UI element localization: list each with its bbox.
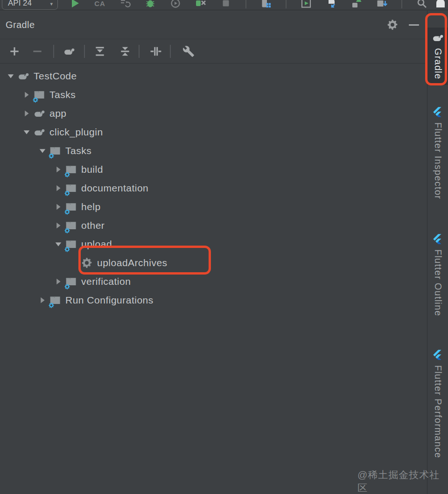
- collapse-all-icon: [119, 45, 131, 57]
- gear-badge-icon: [64, 190, 70, 197]
- tree-item-build[interactable]: build: [0, 160, 427, 179]
- attach-debugger-icon: [326, 0, 337, 9]
- avd-manager-button[interactable]: [351, 0, 362, 10]
- tree-item-label: verification: [81, 276, 131, 287]
- tasks-folder-icon: [49, 144, 62, 157]
- tree-item-tasks[interactable]: Tasks: [0, 141, 427, 160]
- expand-arrow-icon[interactable]: [52, 182, 64, 194]
- tool-window-stripe: Gradle Flutter Inspector Flutter Outline…: [427, 11, 448, 494]
- tree-item-app[interactable]: app: [0, 104, 427, 123]
- tree-item-label: help: [81, 201, 101, 212]
- minimize-button[interactable]: [408, 19, 420, 31]
- wrench-icon: [182, 45, 195, 57]
- stop-button[interactable]: [220, 0, 231, 10]
- expand-arrow-icon[interactable]: [52, 275, 64, 288]
- device-manager-button[interactable]: [260, 0, 272, 10]
- sdk-manager-button[interactable]: [376, 0, 387, 10]
- tool-window-tab-gradle[interactable]: Gradle: [427, 28, 448, 85]
- unlink-gradle-project-button[interactable]: [31, 45, 44, 58]
- tool-window-tab-flutter-inspector[interactable]: Flutter Inspector: [427, 102, 448, 205]
- collapse-all-button[interactable]: [119, 45, 132, 58]
- android-studio-window: API 24 ▾ CA Gradle TestCode Tasks app cl…: [0, 0, 448, 494]
- tool-window-tab-flutter-outline[interactable]: Flutter Outline: [427, 229, 448, 322]
- attach-to-process-button[interactable]: [195, 0, 206, 10]
- collapse-arrow-icon[interactable]: [5, 70, 17, 82]
- tasks-folder-icon: [64, 163, 77, 176]
- layout-inspector-icon: [301, 0, 312, 9]
- profiler-icon: [170, 0, 181, 9]
- run-icon: [69, 0, 80, 9]
- gear-badge-icon: [64, 227, 70, 234]
- flutter-logo-icon: [432, 106, 444, 118]
- gear-badge-icon: [32, 97, 39, 103]
- toggle-offline-mode-button[interactable]: [149, 45, 162, 58]
- tree-item-label: build: [81, 164, 103, 175]
- device-selector-dropdown[interactable]: API 24 ▾: [2, 0, 58, 10]
- toolbar-separator: [170, 45, 171, 58]
- expand-arrow-icon[interactable]: [52, 219, 64, 232]
- tasks-folder-icon: [33, 88, 46, 101]
- collapse-arrow-icon[interactable]: [52, 238, 64, 250]
- panel-title: Gradle: [6, 20, 35, 30]
- layout-inspector-button[interactable]: [301, 0, 312, 10]
- profiler-button[interactable]: [170, 0, 181, 10]
- tree-item-click-plugin[interactable]: click_plugin: [0, 123, 427, 141]
- attach-debugger-button[interactable]: [326, 0, 337, 10]
- apply-changes-button[interactable]: CA: [94, 0, 105, 10]
- expand-all-button[interactable]: [93, 45, 106, 58]
- tree-item-documentation[interactable]: documentation: [0, 179, 427, 198]
- tree-item-uploadarchives[interactable]: uploadArchives: [0, 254, 427, 272]
- toolbar-separator: [245, 0, 246, 8]
- gradle-tree: TestCode Tasks app click_plugin Tasks bu…: [0, 64, 427, 310]
- expand-arrow-icon[interactable]: [52, 201, 64, 213]
- tree-item-label: app: [49, 108, 67, 119]
- tree-item-label: upload: [81, 239, 112, 250]
- device-selector-label: API 24: [8, 0, 32, 8]
- tasks-folder-icon: [49, 294, 62, 307]
- chevron-down-icon: ▾: [50, 1, 53, 8]
- tree-item-help[interactable]: help: [0, 198, 427, 216]
- expand-arrow-icon[interactable]: [21, 107, 33, 120]
- gradle-settings-wrench-button[interactable]: [182, 45, 195, 58]
- apply-code-changes-button[interactable]: [119, 0, 131, 10]
- expand-arrow-icon[interactable]: [52, 163, 64, 176]
- link-gradle-project-button[interactable]: [8, 45, 21, 58]
- tree-item-label: documentation: [81, 183, 148, 194]
- tool-window-tab-flutter-performance[interactable]: Flutter Performance: [427, 345, 448, 464]
- profile-avatar[interactable]: [435, 0, 446, 10]
- execute-gradle-task-button[interactable]: [63, 45, 76, 58]
- gradle-elephant-icon: [33, 126, 46, 139]
- gradle-panel-toolbar: [0, 39, 427, 64]
- toolbar-separator: [286, 0, 287, 8]
- tree-item-run-configurations[interactable]: Run Configurations: [0, 291, 427, 310]
- gradle-elephant-icon: [432, 32, 444, 44]
- flutter-logo-icon: [432, 233, 444, 245]
- tree-item-other[interactable]: other: [0, 216, 427, 235]
- gradle-elephant-icon: [17, 70, 30, 83]
- attach-process-icon: [195, 0, 206, 9]
- tree-item-testcode[interactable]: TestCode: [0, 67, 427, 85]
- plus-icon: [8, 45, 21, 57]
- tree-item-label: Run Configurations: [65, 295, 154, 306]
- debug-button[interactable]: [145, 0, 156, 10]
- tool-window-tab-label: Flutter Inspector: [433, 122, 443, 199]
- stop-icon: [220, 0, 231, 9]
- search-everywhere-button[interactable]: [416, 0, 427, 10]
- apply-code-changes-icon: [119, 0, 131, 9]
- gradle-elephant-icon: [33, 107, 46, 120]
- expand-arrow-icon[interactable]: [21, 89, 33, 101]
- avatar-icon: [435, 0, 446, 9]
- tree-item-label: uploadArchives: [97, 257, 168, 268]
- tree-item-upload[interactable]: upload: [0, 235, 427, 254]
- collapse-arrow-icon[interactable]: [36, 145, 49, 157]
- gradle-panel-header: Gradle: [0, 11, 427, 39]
- expand-arrow-icon[interactable]: [36, 294, 49, 306]
- gear-icon[interactable]: [386, 19, 399, 31]
- tree-item-verification[interactable]: verification: [0, 272, 427, 291]
- collapse-arrow-icon[interactable]: [21, 126, 33, 138]
- tasks-folder-icon: [64, 238, 77, 251]
- minus-icon: [31, 45, 43, 57]
- tree-item-tasks[interactable]: Tasks: [0, 85, 427, 104]
- task-gear-icon: [80, 256, 93, 269]
- run-button[interactable]: [69, 0, 80, 10]
